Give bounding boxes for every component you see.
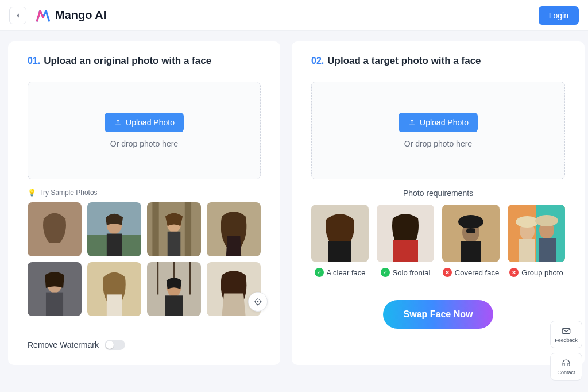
requirement-image — [442, 205, 500, 262]
sample-label-text: Try Sample Photos — [39, 189, 98, 197]
chevron-left-icon — [14, 11, 22, 20]
target-icon — [253, 297, 262, 306]
back-button[interactable] — [9, 7, 26, 24]
svg-rect-38 — [393, 240, 418, 262]
original-photo-panel: 01. Upload an original photo with a face… — [8, 41, 280, 365]
brand-name: Mango AI — [55, 9, 106, 22]
upload-photo-button-target[interactable]: Upload Photo — [399, 113, 478, 132]
requirement-item: Group photo — [508, 205, 565, 277]
step-title: Upload an original photo with a face — [44, 55, 211, 67]
requirements-grid: A clear face Solo frontal Covered face G… — [311, 205, 565, 277]
brand-logo[interactable]: Mango AI — [36, 8, 106, 23]
step-number: 01. — [28, 56, 40, 66]
requirement-caption: Group photo — [509, 268, 563, 277]
sample-photo[interactable] — [147, 202, 201, 256]
upload-btn-label: Upload Photo — [420, 118, 469, 127]
widget-label: Feedback — [555, 337, 578, 343]
panel-title: 02. Upload a target photo with a face — [311, 55, 565, 67]
headset-icon — [561, 358, 571, 368]
requirement-text: Solo frontal — [393, 268, 431, 277]
upload-dropzone-target[interactable]: Upload Photo Or drop photo here — [311, 82, 565, 179]
upload-photo-button-original[interactable]: Upload Photo — [105, 113, 184, 132]
drop-hint: Or drop photo here — [110, 139, 178, 148]
upload-dropzone-original[interactable]: Upload Photo Or drop photo here — [28, 82, 261, 179]
sample-photos-label: 💡 Try Sample Photos — [28, 189, 261, 197]
sample-photo[interactable] — [28, 262, 82, 316]
step-title: Upload a target photo with a face — [327, 55, 481, 67]
requirements-label: Photo requirements — [311, 189, 565, 198]
svg-rect-5 — [107, 234, 122, 256]
upload-icon — [114, 118, 122, 127]
sample-photo[interactable] — [207, 202, 261, 256]
login-button[interactable]: Login — [539, 6, 579, 25]
watermark-toggle[interactable] — [105, 340, 125, 350]
sample-photo[interactable] — [87, 202, 141, 256]
logo-icon — [36, 8, 51, 23]
sample-photo[interactable] — [87, 262, 141, 316]
cross-icon — [509, 268, 519, 277]
svg-rect-24 — [165, 295, 183, 316]
check-icon — [381, 268, 390, 277]
locate-button[interactable] — [248, 292, 268, 312]
requirement-item: Solo frontal — [377, 205, 434, 277]
watermark-row: Remove Watermark — [28, 340, 261, 350]
svg-rect-43 — [461, 241, 481, 262]
svg-rect-35 — [328, 241, 351, 262]
requirement-caption: Covered face — [443, 268, 499, 277]
drop-hint: Or drop photo here — [404, 139, 472, 148]
side-widgets: Feedback Contact — [550, 321, 582, 381]
main-content: 01. Upload an original photo with a face… — [0, 31, 588, 375]
app-header: Mango AI Login — [0, 0, 588, 31]
svg-rect-42 — [466, 229, 475, 233]
requirement-item: A clear face — [311, 205, 369, 277]
watermark-label: Remove Watermark — [28, 340, 99, 349]
svg-rect-10 — [168, 232, 181, 256]
requirement-text: A clear face — [327, 268, 366, 277]
svg-rect-15 — [46, 293, 63, 316]
widget-label: Contact — [557, 370, 575, 375]
sample-photo[interactable] — [28, 202, 82, 256]
svg-rect-50 — [519, 239, 535, 262]
svg-point-47 — [516, 216, 539, 228]
requirement-image — [508, 205, 565, 262]
cross-icon — [443, 268, 452, 277]
requirement-image — [311, 205, 369, 262]
svg-rect-52 — [562, 329, 570, 334]
requirement-caption: Solo frontal — [381, 268, 431, 277]
check-icon — [315, 268, 324, 277]
panel-title: 01. Upload an original photo with a face — [28, 55, 261, 67]
feedback-widget[interactable]: Feedback — [550, 321, 582, 348]
step-number: 02. — [311, 56, 324, 66]
svg-rect-7 — [152, 202, 158, 256]
svg-rect-51 — [539, 238, 556, 262]
requirement-text: Covered face — [455, 268, 499, 277]
requirement-image — [377, 205, 434, 262]
bulb-icon: 💡 — [28, 189, 36, 197]
svg-point-28 — [257, 301, 259, 303]
svg-rect-8 — [185, 202, 191, 256]
svg-point-41 — [458, 215, 483, 229]
mail-icon — [561, 326, 571, 336]
svg-point-49 — [535, 215, 558, 226]
requirement-item: Covered face — [442, 205, 500, 277]
sample-photos-grid — [28, 202, 261, 316]
upload-icon — [408, 118, 416, 127]
divider — [28, 330, 261, 330]
requirement-text: Group photo — [521, 268, 563, 277]
sample-photo[interactable] — [147, 262, 201, 316]
requirement-caption: A clear face — [315, 268, 366, 277]
swap-face-button[interactable]: Swap Face Now — [383, 300, 494, 329]
svg-rect-18 — [107, 294, 122, 316]
upload-btn-label: Upload Photo — [126, 118, 175, 127]
target-photo-panel: 02. Upload a target photo with a face Up… — [292, 41, 585, 365]
contact-widget[interactable]: Contact — [550, 353, 582, 381]
